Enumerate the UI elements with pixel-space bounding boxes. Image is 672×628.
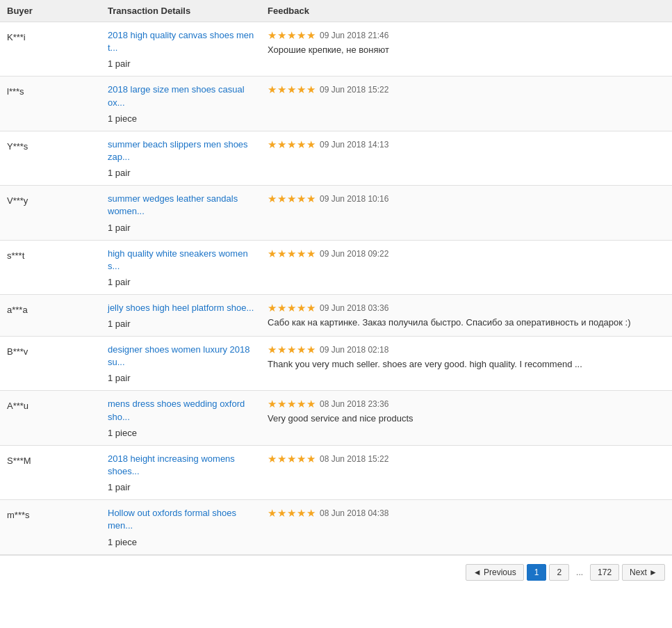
buyer-name: S***M <box>7 453 108 492</box>
feedback-cell: ★★★★★ 09 Jun 2018 03:36 Сабо как на карт… <box>268 302 665 329</box>
star-icon: ★ <box>287 507 296 520</box>
stars-row: ★★★★★ 09 Jun 2018 21:46 <box>268 29 665 42</box>
feedback-date: 08 Jun 2018 04:38 <box>320 508 388 518</box>
star-rating: ★★★★★ <box>268 453 315 465</box>
star-icon: ★ <box>287 138 296 151</box>
buyer-name: B***v <box>7 344 108 383</box>
star-rating: ★★★★★ <box>268 138 315 151</box>
quantity: 1 pair <box>108 223 261 233</box>
star-icon: ★ <box>306 83 315 96</box>
feedback-cell: ★★★★★ 09 Jun 2018 21:46 Хорошие крепкие,… <box>268 29 665 69</box>
col-transaction: Transaction Details <box>108 6 268 16</box>
stars-row: ★★★★★ 08 Jun 2018 23:36 <box>268 398 665 410</box>
transaction-details: 2018 height increasing womens shoes... 1… <box>108 453 268 492</box>
feedback-date: 09 Jun 2018 10:16 <box>320 194 388 204</box>
star-icon: ★ <box>297 453 306 465</box>
feedback-cell: ★★★★★ 08 Jun 2018 15:22 <box>268 453 665 492</box>
feedback-text: Thank you very much seller. shoes are ve… <box>268 359 665 369</box>
star-icon: ★ <box>277 138 286 151</box>
star-rating: ★★★★★ <box>268 83 315 96</box>
star-icon: ★ <box>268 138 277 151</box>
table-row: V***y summer wedges leather sandals wome… <box>0 186 672 240</box>
feedback-cell: ★★★★★ 09 Jun 2018 14:13 <box>268 138 665 178</box>
stars-row: ★★★★★ 09 Jun 2018 03:36 <box>268 302 665 314</box>
star-icon: ★ <box>268 453 277 465</box>
stars-row: ★★★★★ 09 Jun 2018 14:13 <box>268 138 665 151</box>
transaction-link[interactable]: summer beach slippers men shoes zap... <box>108 139 248 162</box>
feedback-date: 09 Jun 2018 15:22 <box>320 85 388 95</box>
stars-row: ★★★★★ 08 Jun 2018 04:38 <box>268 507 665 520</box>
table-row: S***M 2018 height increasing womens shoe… <box>0 446 672 500</box>
star-icon: ★ <box>297 507 306 520</box>
feedback-text: Very good service and nice products <box>268 413 665 424</box>
page-172-button[interactable]: 172 <box>590 564 619 581</box>
quantity: 1 pair <box>108 168 261 178</box>
star-rating: ★★★★★ <box>268 29 315 42</box>
star-icon: ★ <box>306 344 315 356</box>
star-icon: ★ <box>268 344 277 356</box>
col-feedback: Feedback <box>268 6 665 16</box>
page-2-button[interactable]: 2 <box>549 564 569 581</box>
table-row: Y***s summer beach slippers men shoes za… <box>0 131 672 186</box>
transaction-link[interactable]: 2018 high quality canvas shoes men t... <box>108 30 254 53</box>
transaction-link[interactable]: jelly shoes high heel platform shoe... <box>108 303 254 313</box>
star-icon: ★ <box>287 29 296 42</box>
buyer-name: m***s <box>7 507 108 547</box>
next-button[interactable]: Next ► <box>622 564 665 581</box>
quantity: 1 piece <box>108 113 261 124</box>
page-1-button[interactable]: 1 <box>527 564 547 581</box>
star-icon: ★ <box>277 398 286 410</box>
star-icon: ★ <box>287 453 296 465</box>
star-icon: ★ <box>306 507 315 520</box>
star-icon: ★ <box>287 398 296 410</box>
transaction-details: jelly shoes high heel platform shoe... 1… <box>108 302 268 329</box>
table-row: s***t high quality white sneakers women … <box>0 241 672 295</box>
star-rating: ★★★★★ <box>268 248 315 260</box>
feedback-date: 09 Jun 2018 14:13 <box>320 140 388 150</box>
feedback-date: 09 Jun 2018 03:36 <box>320 303 388 313</box>
transaction-link[interactable]: high quality white sneakers women s... <box>108 248 248 271</box>
star-icon: ★ <box>277 453 286 465</box>
star-icon: ★ <box>277 29 286 42</box>
star-rating: ★★★★★ <box>268 302 315 314</box>
quantity: 1 pair <box>108 373 261 383</box>
feedback-cell: ★★★★★ 09 Jun 2018 15:22 <box>268 83 665 123</box>
table-row: m***s Hollow out oxfords formal shoes me… <box>0 500 672 554</box>
star-icon: ★ <box>268 248 277 260</box>
star-icon: ★ <box>277 344 286 356</box>
stars-row: ★★★★★ 09 Jun 2018 02:18 <box>268 344 665 356</box>
transaction-link[interactable]: 2018 height increasing womens shoes... <box>108 453 235 476</box>
star-icon: ★ <box>277 507 286 520</box>
transaction-link[interactable]: 2018 large size men shoes casual ox... <box>108 84 245 107</box>
buyer-name: s***t <box>7 248 108 287</box>
buyer-name: A***u <box>7 398 108 437</box>
star-icon: ★ <box>306 248 315 260</box>
star-icon: ★ <box>297 398 306 410</box>
feedback-date: 09 Jun 2018 21:46 <box>320 31 388 40</box>
feedback-date: 08 Jun 2018 15:22 <box>320 454 388 464</box>
star-rating: ★★★★★ <box>268 398 315 410</box>
quantity: 1 pair <box>108 482 261 492</box>
transaction-details: 2018 large size men shoes casual ox... 1… <box>108 83 268 123</box>
reviews-table: Buyer Transaction Details Feedback K***i… <box>0 0 672 589</box>
feedback-cell: ★★★★★ 09 Jun 2018 09:22 <box>268 248 665 287</box>
feedback-date: 09 Jun 2018 02:18 <box>320 345 388 355</box>
prev-button[interactable]: ◄ Previous <box>466 564 524 581</box>
star-icon: ★ <box>287 344 296 356</box>
star-rating: ★★★★★ <box>268 507 315 520</box>
feedback-text: Хорошие крепкие, не воняют <box>268 45 665 55</box>
transaction-details: mens dress shoes wedding oxford sho... 1… <box>108 398 268 437</box>
transaction-link[interactable]: designer shoes women luxury 2018 su... <box>108 344 250 367</box>
transaction-details: Hollow out oxfords formal shoes men... 1… <box>108 507 268 547</box>
star-icon: ★ <box>268 29 277 42</box>
star-icon: ★ <box>277 83 286 96</box>
transaction-link[interactable]: Hollow out oxfords formal shoes men... <box>108 508 236 531</box>
transaction-details: 2018 high quality canvas shoes men t... … <box>108 29 268 69</box>
buyer-name: K***i <box>7 29 108 69</box>
ellipsis: ... <box>572 565 587 580</box>
stars-row: ★★★★★ 09 Jun 2018 15:22 <box>268 83 665 96</box>
transaction-link[interactable]: summer wedges leather sandals women... <box>108 193 238 216</box>
star-icon: ★ <box>277 248 286 260</box>
transaction-link[interactable]: mens dress shoes wedding oxford sho... <box>108 398 245 421</box>
star-icon: ★ <box>306 193 315 205</box>
